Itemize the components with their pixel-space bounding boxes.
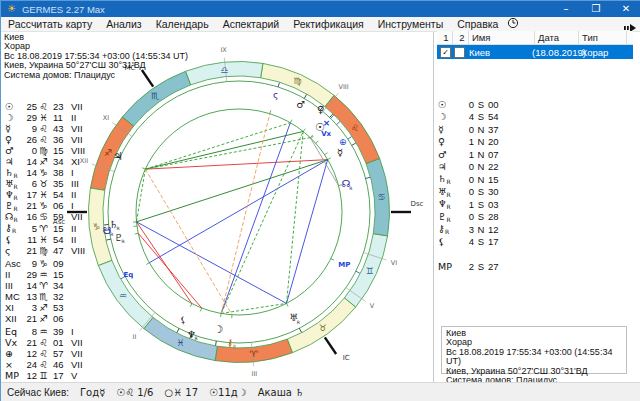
maximize-button[interactable]: ❐ xyxy=(581,1,611,17)
cusp-label-V: V xyxy=(370,302,375,310)
sign-glyph-12: ♓ xyxy=(176,338,184,348)
wheel-body-mp: MP xyxy=(338,261,350,269)
chart-checkbox-1[interactable]: ✓ xyxy=(440,47,451,58)
aspect-pluto-neptune xyxy=(138,233,201,308)
cusp-label-II: II xyxy=(133,333,137,341)
retro-mark-uranus: R xyxy=(297,320,300,325)
tick-moon xyxy=(216,341,217,345)
tick-selena xyxy=(278,83,279,87)
aspect-mercury-uranus xyxy=(286,160,327,304)
chart-row-selected[interactable]: ✓ Киев (18.08.2019) Хорар xyxy=(437,45,633,59)
chart-checkbox-2[interactable] xyxy=(454,47,465,58)
aspect-mercury-eq xyxy=(149,160,327,263)
right-panel: 1 2 Имя Дата Тип ✓ Киев (18.08.2019) Хор… xyxy=(435,32,640,382)
col-type-header[interactable]: Тип xyxy=(579,31,627,44)
position-row-selena: ς21♍47VIII xyxy=(5,245,85,256)
latitude-row: ♃0N22 xyxy=(438,161,502,174)
menu-analysis[interactable]: Анализ xyxy=(99,17,148,31)
aspect-saturn-mercury xyxy=(136,160,327,222)
menu-rectification[interactable]: Ректификация xyxy=(286,17,371,31)
house-cusps: IIIIIVVIVIIIIXXIXII xyxy=(80,46,397,379)
retro-mark-saturn: R xyxy=(117,226,120,231)
point-row-Vx: Vx21♌01VII xyxy=(5,337,85,348)
aspect-tick-neptune xyxy=(200,308,201,311)
wheel-circle xyxy=(108,81,370,343)
position-row-pluto: ♇R21♑06I xyxy=(5,200,85,211)
cusp-label-III: III xyxy=(252,370,258,378)
axis-label-IC: IC xyxy=(343,354,350,362)
cusp-label-VI: VI xyxy=(391,259,397,267)
latitude-row: ♆R1S03 xyxy=(438,198,502,211)
latitude-row: ⚸4S17 xyxy=(438,236,502,249)
status-moon-position: ○♓ 17 xyxy=(164,387,198,398)
position-row-lilith: ⚸11♓54II xyxy=(5,234,85,245)
position-row-chiron: ⚷R5♈15II xyxy=(5,223,85,234)
house-row-MC: MC13♏32 xyxy=(5,291,85,302)
wheel-body-lilith: ⚸ xyxy=(180,315,187,325)
wheel-body-venus: ♀ xyxy=(317,104,324,115)
col-date-header[interactable]: Дата xyxy=(535,31,579,44)
house-row-XI: XI3♐53 xyxy=(5,302,85,313)
sign-glyph-5: ♌ xyxy=(351,123,359,133)
retro-mark-south-node: R xyxy=(110,232,113,237)
chart-row-type: Хорар xyxy=(576,47,608,58)
menu-help[interactable]: Справка xyxy=(450,17,505,31)
charts-table: 1 2 Имя Дата Тип ✓ Киев (18.08.2019) Хор… xyxy=(437,31,633,59)
tick-mp xyxy=(356,271,360,273)
wheel-body-eq: Eq xyxy=(124,271,134,279)
menu-aspectarium[interactable]: Аспектарий xyxy=(216,17,287,31)
cusp-label-XI: XI xyxy=(103,114,109,122)
zodiac-ring xyxy=(89,61,390,362)
aspect-moon-selena xyxy=(221,114,270,314)
germes-window: ☀ GERMES 2.27 Max – ❐ ✕ Рассчитать карту… xyxy=(0,0,640,401)
window-title: GERMES 2.27 Max xyxy=(22,4,105,15)
latitude-row: ♄R0N15 xyxy=(438,173,502,186)
status-akasha: Акаша ♄ xyxy=(258,387,304,398)
menu-calendar[interactable]: Календарь xyxy=(149,17,216,31)
wheel-body-fortune: ⊕ xyxy=(339,137,347,147)
aspect-tick-pluto xyxy=(135,233,138,234)
chart-row-date: (18.08.2019) xyxy=(532,47,576,58)
axis-line-IC xyxy=(325,337,336,354)
latitude-row: ♅R0S30 xyxy=(438,186,502,199)
status-sun-position: ☉♌ 1/6 xyxy=(116,387,153,398)
latitude-row: MP2S27 xyxy=(438,261,502,274)
menu-calculate-chart[interactable]: Рассчитать карту xyxy=(1,17,99,31)
tick-uranus xyxy=(299,328,301,332)
point-row-×: ×24♌46VII xyxy=(5,359,85,370)
aspect-tick-lilith xyxy=(190,304,192,307)
position-row-venus: ♀26♌36VII xyxy=(5,134,85,145)
house-row-XII: XII21♐06 xyxy=(5,313,85,324)
minimize-button[interactable]: – xyxy=(551,1,581,17)
close-button[interactable]: ✕ xyxy=(611,1,640,17)
tick-vertex xyxy=(337,122,340,125)
chart-city: Киев xyxy=(4,33,188,42)
latitude-row: ⚷R3N12 xyxy=(438,223,502,236)
retro-mark-neptune: R xyxy=(194,336,197,341)
charts-table-header: 1 2 Имя Дата Тип xyxy=(437,31,633,45)
tick-pluto xyxy=(106,239,110,240)
point-row-⊕: ⊕12♌57VII xyxy=(5,348,85,359)
latitude-list: ☉0S00☽4S54☿0N37♀1N20♂1N07♃0N22♄R0N15♅R0S… xyxy=(438,98,502,273)
tick-lilith xyxy=(177,328,179,332)
position-row-north-node: ☊R16♋59VII xyxy=(5,211,85,222)
tick-fortune xyxy=(348,137,352,140)
col-2-header[interactable]: 2 xyxy=(453,31,469,44)
sign-glyph-6: ♍ xyxy=(294,76,302,86)
wheel-body-moon: ☽ xyxy=(213,323,223,336)
house-row-II: II29♒15 xyxy=(5,269,85,280)
col-1-header[interactable]: 1 xyxy=(437,31,453,44)
info-city: Киев xyxy=(446,329,622,338)
retro-mark-north-node: R xyxy=(349,186,352,191)
latitude-row: ♀1N20 xyxy=(438,136,502,149)
sign-glyph-1: ♈ xyxy=(250,349,259,359)
cusp-label-IX: IX xyxy=(220,46,227,54)
menu-tools[interactable]: Инструменты xyxy=(371,17,450,31)
col-name-header[interactable]: Имя xyxy=(469,31,535,44)
aspect-uranus-venus xyxy=(286,131,303,303)
sign-glyph-9: ♐ xyxy=(104,148,112,158)
window-controls: – ❐ ✕ xyxy=(551,1,640,17)
position-row-mars: ♂0♍15VIII xyxy=(5,145,85,156)
info-datetime: Вс 18.08.2019 17:55:34 +03:00 (14:55:34 … xyxy=(446,348,622,367)
retro-mark-chiron: R xyxy=(233,344,236,349)
